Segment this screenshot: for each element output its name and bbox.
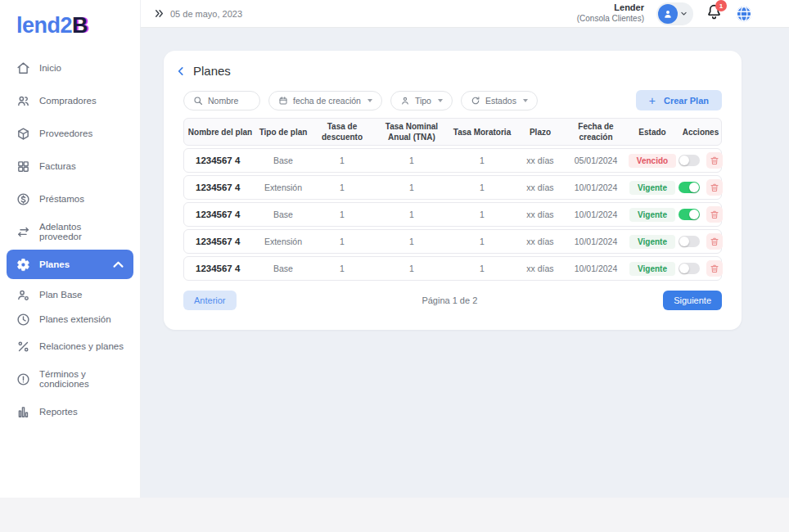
sidebar-item-facturas[interactable]: Facturas bbox=[7, 151, 133, 181]
sidebar-item-proveedores[interactable]: Proveedores bbox=[7, 119, 133, 148]
actions-cell bbox=[679, 179, 723, 196]
status-badge: Vigente bbox=[629, 262, 675, 276]
calendar-icon bbox=[278, 96, 288, 106]
delete-button[interactable] bbox=[706, 260, 723, 277]
percent-icon bbox=[16, 340, 30, 354]
account-menu-button[interactable] bbox=[656, 2, 693, 25]
status-toggle[interactable] bbox=[679, 209, 700, 220]
sidebar-item-label: Términos y condiciones bbox=[39, 369, 125, 389]
double-chevron-right-icon[interactable] bbox=[154, 8, 165, 19]
create-plan-button[interactable]: + Crear Plan bbox=[636, 90, 722, 110]
sidebar-item-label: Inicio bbox=[39, 63, 61, 73]
next-page-button[interactable]: Siguiente bbox=[663, 291, 722, 310]
role-subtitle: (Consola Clientes) bbox=[577, 14, 644, 25]
type-filter-dropdown[interactable]: Tipo bbox=[390, 91, 453, 110]
delete-button[interactable] bbox=[706, 206, 723, 223]
back-chevron-icon[interactable] bbox=[175, 65, 187, 77]
page-title: Planes bbox=[193, 64, 231, 78]
sidebar-item-inicio[interactable]: Inicio bbox=[7, 53, 133, 83]
language-globe-button[interactable] bbox=[735, 5, 753, 23]
trash-icon bbox=[710, 237, 719, 246]
discount-rate-cell: 1 bbox=[310, 264, 374, 273]
column-header: Fecha de creación bbox=[566, 121, 626, 142]
delete-button[interactable] bbox=[706, 233, 723, 250]
column-header: Tipo de plan bbox=[256, 127, 310, 138]
table-row: 1234567 4 Extensión 1 1 1 xx días 10/01/… bbox=[183, 175, 722, 200]
table-row: 1234567 4 Base 1 1 1 xx días 10/01/2024 … bbox=[183, 256, 722, 281]
filters-row: fecha de creación Tipo Estados + bbox=[183, 90, 722, 110]
moratoria-rate-cell: 1 bbox=[449, 264, 515, 273]
sidebar-item-compradores[interactable]: Compradores bbox=[7, 86, 133, 115]
grid-icon bbox=[16, 160, 30, 174]
pagination: Anterior Página 1 de 2 Siguiente bbox=[183, 291, 722, 310]
plan-type-cell: Extensión bbox=[256, 183, 310, 192]
status-toggle[interactable] bbox=[679, 155, 700, 166]
actions-cell bbox=[679, 233, 723, 250]
column-header: Acciones bbox=[679, 127, 723, 138]
trash-icon bbox=[710, 156, 719, 165]
sidebar-item-prestamos[interactable]: Préstamos bbox=[7, 184, 133, 214]
status-toggle[interactable] bbox=[679, 182, 700, 193]
date-filter-label: fecha de creación bbox=[293, 96, 361, 106]
title-row: Planes bbox=[175, 64, 722, 78]
status-filter-dropdown[interactable]: Estados bbox=[461, 91, 538, 110]
sidebar-item-reportes[interactable]: Reportes bbox=[7, 397, 133, 426]
type-filter-label: Tipo bbox=[415, 96, 431, 106]
created-date-cell: 05/01/2024 bbox=[566, 156, 626, 165]
sidebar-item-relaciones-y-planes[interactable]: Relaciones y planes bbox=[7, 331, 133, 361]
sidebar-item-label: Facturas bbox=[39, 161, 76, 171]
notifications-button[interactable]: 1 bbox=[706, 3, 723, 24]
topbar: 05 de mayo, 2023 Lender (Consola Cliente… bbox=[141, 0, 789, 28]
bar-chart-icon bbox=[16, 405, 30, 419]
sidebar-item-terminos-y-condiciones[interactable]: Términos y condiciones bbox=[7, 364, 133, 394]
sidebar-item-adelantos-proveedor[interactable]: Adelantos proveedor bbox=[7, 217, 133, 246]
logo-text-dark: B bbox=[72, 13, 88, 38]
sidebar-item-planes[interactable]: Planes bbox=[7, 250, 133, 279]
role-title: Lender bbox=[577, 2, 644, 14]
plan-type-cell: Base bbox=[256, 264, 310, 273]
status-cell: Vigente bbox=[626, 208, 679, 222]
actions-cell bbox=[679, 152, 723, 169]
user-icon bbox=[400, 96, 410, 106]
status-badge: Vencido bbox=[629, 154, 676, 168]
column-header: Tasa Nominal Anual (TNA) bbox=[374, 121, 449, 142]
toggle-knob bbox=[679, 264, 689, 273]
search-icon bbox=[193, 96, 203, 106]
refresh-icon bbox=[471, 96, 480, 106]
sidebar-item-label: Planes bbox=[39, 259, 70, 269]
info-circle-icon bbox=[16, 372, 30, 386]
date-filter-dropdown[interactable]: fecha de creación bbox=[268, 91, 382, 110]
column-header: Tasa de descuento bbox=[310, 121, 374, 142]
plan-name-cell: 1234567 4 bbox=[184, 264, 256, 273]
current-date: 05 de mayo, 2023 bbox=[170, 9, 242, 19]
delete-button[interactable] bbox=[706, 179, 723, 196]
status-badge: Vigente bbox=[629, 181, 675, 195]
previous-page-button[interactable]: Anterior bbox=[183, 291, 237, 310]
created-date-cell: 10/01/2024 bbox=[566, 210, 626, 219]
status-toggle[interactable] bbox=[679, 263, 700, 274]
plan-type-cell: Base bbox=[256, 156, 310, 165]
sidebar-item-planes-extension[interactable]: Planes extensión bbox=[7, 307, 133, 331]
logo-text-blue: lend2 bbox=[16, 13, 72, 38]
search-name-filter[interactable] bbox=[183, 91, 260, 110]
sidebar-item-plan-base[interactable]: Plan Base bbox=[7, 282, 133, 307]
plan-name-cell: 1234567 4 bbox=[184, 210, 256, 219]
status-toggle[interactable] bbox=[679, 236, 700, 247]
plans-table: Nombre del plan Tipo de plan Tasa de des… bbox=[183, 118, 722, 281]
search-input[interactable] bbox=[208, 96, 250, 106]
delete-button[interactable] bbox=[706, 152, 723, 169]
people-icon bbox=[16, 94, 30, 108]
table-row: 1234567 4 Base 1 1 1 xx días 05/01/2024 … bbox=[183, 148, 722, 173]
account-role: Lender (Consola Clientes) bbox=[577, 2, 644, 24]
sidebar: lend2B Inicio Compradores Proveedores Fa… bbox=[0, 0, 141, 498]
table-header-row: Nombre del plan Tipo de plan Tasa de des… bbox=[183, 118, 722, 146]
discount-rate-cell: 1 bbox=[310, 156, 374, 165]
plan-type-cell: Base bbox=[256, 210, 310, 219]
moratoria-rate-cell: 1 bbox=[449, 156, 515, 165]
moratoria-rate-cell: 1 bbox=[449, 237, 515, 246]
sidebar-item-label: Proveedores bbox=[39, 128, 92, 138]
created-date-cell: 10/01/2024 bbox=[566, 183, 626, 192]
term-cell: xx días bbox=[515, 237, 566, 246]
date-display: 05 de mayo, 2023 bbox=[154, 8, 242, 19]
table-row: 1234567 4 Extensión 1 1 1 xx días 10/01/… bbox=[183, 229, 722, 254]
